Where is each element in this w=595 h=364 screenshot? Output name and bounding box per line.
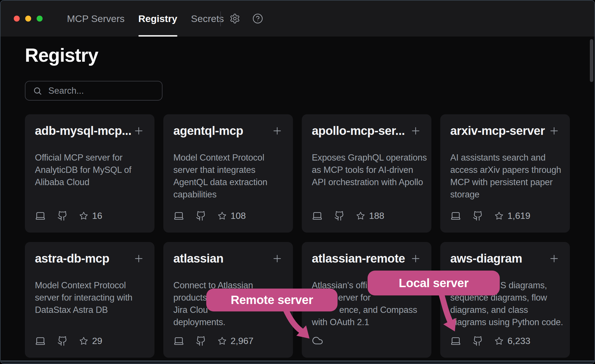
remote-server-callout: Remote server — [206, 289, 338, 311]
window-bottom-fill — [1, 361, 594, 363]
local-server-arrow — [432, 289, 466, 338]
laptop-icon — [450, 210, 461, 221]
description-line: as MCP tools for AI-driven — [312, 164, 421, 176]
server-card-agentql-mcp[interactable]: agentql-mcp Model Context Protocol serve… — [163, 114, 293, 233]
page-title: Registry — [25, 46, 98, 65]
description-line: access arXiv papers through — [450, 164, 560, 176]
server-card-arxiv-mcp-server[interactable]: arxiv-mcp-server AI assistants search an… — [440, 114, 570, 233]
description-line: deployments. — [173, 316, 283, 328]
add-server-button[interactable] — [548, 253, 560, 264]
server-description: Model Context Protocol server that integ… — [173, 151, 283, 201]
traffic-lights — [14, 16, 43, 22]
star-icon — [495, 337, 503, 345]
laptop-icon — [173, 335, 184, 346]
description-line: Exposes GraphQL operations — [312, 151, 421, 164]
server-name: atlassian — [173, 252, 223, 265]
search-input[interactable] — [48, 85, 154, 96]
tab-registry[interactable]: Registry — [138, 1, 177, 37]
laptop-icon — [35, 210, 46, 221]
card-footer: 108 — [173, 210, 283, 221]
star-count: 108 — [231, 211, 246, 221]
server-name: arxiv-mcp-server — [450, 124, 545, 138]
search-box[interactable] — [25, 81, 162, 101]
star-count: 6,233 — [507, 336, 530, 346]
add-server-button[interactable] — [410, 253, 421, 264]
github-icon — [57, 211, 68, 221]
star-count: 29 — [92, 336, 102, 346]
star-icon — [356, 211, 365, 220]
description-line: Alibaba Cloud — [35, 176, 144, 188]
tab-mcp-servers[interactable]: MCP Servers — [67, 1, 125, 37]
description-line: AI assistants search and — [450, 151, 560, 164]
star-icon — [218, 337, 227, 345]
tab-secrets[interactable]: Secrets — [191, 1, 224, 37]
description-line: capabilities — [173, 188, 283, 201]
github-icon — [473, 211, 483, 221]
titlebar-actions — [229, 13, 263, 24]
server-name: aws-diagram — [450, 252, 522, 265]
add-server-button[interactable] — [133, 253, 144, 264]
card-footer: 29 — [35, 335, 144, 346]
github-icon — [57, 336, 68, 346]
add-server-button[interactable] — [410, 125, 421, 137]
app-window: MCP Servers Registry Secrets Registry — [0, 0, 595, 364]
description-line: MCP with persistent paper — [450, 176, 560, 188]
server-name: astra-db-mcp — [35, 252, 109, 265]
github-icon — [196, 336, 206, 346]
star-icon — [495, 211, 503, 220]
star-icon — [79, 337, 88, 345]
description-line: DataStax Astra DB — [35, 304, 144, 316]
star-icon — [218, 211, 227, 220]
server-card-adb-mysql-mcp[interactable]: adb-mysql-mcp... Official MCP server for… — [25, 114, 154, 233]
description-line: AnalyticDB for MySQL of — [35, 164, 144, 176]
server-description: AI assistants search and access arXiv pa… — [450, 151, 560, 201]
description-line: server that integrates — [173, 164, 283, 176]
server-description: Model Context Protocol server for intera… — [35, 279, 144, 316]
description-line: storage — [450, 188, 560, 201]
description-line: diagrams using Python code. — [450, 316, 560, 328]
star-count: 188 — [369, 211, 384, 221]
server-description: Exposes GraphQL operations as MCP tools … — [312, 151, 421, 188]
search-icon — [33, 86, 42, 95]
card-footer: 188 — [312, 210, 421, 221]
server-name: apollo-mcp-ser... — [312, 124, 405, 138]
description-line: Official MCP server for — [35, 151, 144, 164]
add-server-button[interactable] — [271, 253, 283, 264]
server-name: adb-mysql-mcp... — [35, 124, 131, 138]
description-line: Model Context Protocol — [35, 279, 144, 291]
description-line: API orchestration with Apollo — [312, 176, 421, 188]
add-server-button[interactable] — [133, 125, 144, 137]
server-description: Official MCP server for AnalyticDB for M… — [35, 151, 144, 188]
card-footer — [312, 335, 421, 346]
server-card-apollo-mcp-server[interactable]: apollo-mcp-ser... Exposes GraphQL operat… — [302, 114, 431, 233]
laptop-icon — [35, 335, 46, 346]
description-line: Model Context Protocol — [173, 151, 283, 164]
help-icon[interactable] — [252, 13, 263, 24]
scrollbar-thumb[interactable] — [590, 39, 593, 82]
laptop-icon — [312, 210, 323, 221]
server-name: agentql-mcp — [173, 124, 243, 138]
card-footer: 6,233 — [450, 335, 560, 346]
server-card-astra-db-mcp[interactable]: astra-db-mcp Model Context Protocol serv… — [25, 242, 154, 358]
github-icon — [473, 336, 483, 346]
titlebar-divider — [220, 11, 221, 26]
github-icon — [196, 211, 206, 221]
card-footer: 2,967 — [173, 335, 283, 346]
star-count: 1,619 — [507, 211, 530, 221]
description-line: AgentQL data extraction — [173, 176, 283, 188]
star-count: 16 — [92, 211, 102, 221]
card-footer: 16 — [35, 210, 144, 221]
github-icon — [334, 211, 345, 221]
card-footer: 1,619 — [450, 210, 560, 221]
settings-icon[interactable] — [229, 13, 240, 24]
description-line: with OAuth 2.1 — [312, 316, 421, 328]
description-line: server for interacting with — [35, 291, 144, 304]
minimize-button[interactable] — [25, 16, 31, 22]
laptop-icon — [173, 210, 184, 221]
local-server-callout: Local server — [368, 271, 500, 295]
add-server-button[interactable] — [271, 125, 283, 137]
close-button[interactable] — [14, 16, 20, 22]
titlebar: MCP Servers Registry Secrets — [1, 1, 594, 37]
add-server-button[interactable] — [548, 125, 560, 137]
zoom-button[interactable] — [37, 16, 43, 22]
